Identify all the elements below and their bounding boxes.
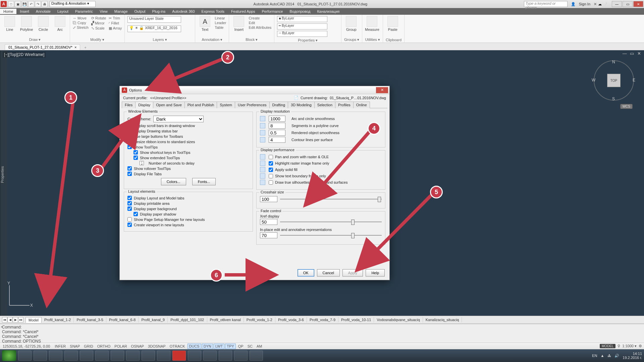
chk-statusbar[interactable]: Display Drawing status bar — [127, 129, 249, 133]
color-select[interactable]: ■ ByLayer — [277, 16, 327, 22]
viewcube-e[interactable]: E — [633, 78, 635, 82]
properties-palette[interactable]: Properties — [0, 50, 7, 316]
status-toggle-osnap[interactable]: OSNAP — [129, 344, 146, 349]
chk-layout-tabs[interactable]: Display Layout and Model tabs — [127, 196, 249, 200]
taskbar-app-icon[interactable] — [142, 351, 155, 361]
tab-performance[interactable]: Performance — [258, 9, 286, 14]
tray-network-icon[interactable]: 🖧 — [607, 354, 611, 358]
panel-draw-label[interactable]: Draw ▾ — [3, 37, 67, 42]
tab-userpref[interactable]: User Preferences — [235, 102, 270, 108]
chk-paper-shadow[interactable]: Display paper shadow — [133, 212, 249, 216]
trim-button[interactable]: ✂ Trim — [109, 16, 122, 20]
tab-system[interactable]: System — [217, 102, 235, 108]
line-button[interactable]: Line — [3, 16, 17, 32]
taskbar-outlook-icon[interactable] — [64, 351, 78, 361]
chk-largebuttons[interactable]: Use large buttons for Toolbars — [127, 134, 249, 138]
status-toggle-ducs[interactable]: DUCS — [187, 344, 201, 349]
tray-time[interactable]: 14:11 — [623, 352, 642, 356]
viewcube[interactable]: TOP N S E W — [594, 60, 634, 101]
editattr-button[interactable]: Edit Attributes — [249, 25, 271, 29]
tab-home[interactable]: Home — [0, 9, 16, 14]
xref-fade-input[interactable] — [260, 219, 277, 225]
taskbar-chrome-icon[interactable] — [111, 351, 124, 361]
arc-button[interactable]: Arc — [53, 16, 67, 32]
minimize-button[interactable]: — — [612, 1, 622, 7]
tab-manage[interactable]: Manage — [111, 9, 131, 14]
panel-modify-label[interactable]: Modify ▾ — [73, 37, 122, 42]
qa-redo-icon[interactable]: ↷ — [35, 1, 41, 7]
layout-tab[interactable]: Vodosnabdqvane_situaciq — [374, 317, 423, 322]
linetype-select[interactable]: ─ ByLayer — [277, 31, 327, 37]
layout-tab[interactable]: Profil_voda_7-9 — [307, 317, 338, 322]
wcs-badge[interactable]: WCS — [620, 104, 633, 109]
new-tab-icon[interactable]: ＋ — [84, 45, 87, 50]
chk-pan-zoom[interactable]: Pan and zoom with raster & OLE — [269, 155, 329, 159]
viewcube-w[interactable]: W — [592, 78, 595, 82]
tab-plot[interactable]: Plot and Publish — [184, 102, 217, 108]
cmd-close-icon[interactable]: × — [1, 325, 5, 329]
chk-text-boundary[interactable]: Show text boundary frame only — [269, 174, 326, 178]
layout-last-icon[interactable]: ⏭ — [18, 317, 23, 322]
taskbar-explorer-icon[interactable] — [18, 351, 32, 361]
layout-model[interactable]: Model — [25, 317, 42, 323]
arc-smoothness-input[interactable] — [269, 116, 285, 122]
panel-annotation-label[interactable]: Annotation ▾ — [198, 37, 226, 42]
tray-sound-icon[interactable]: 🔊 — [614, 354, 619, 358]
contour-lines-input[interactable] — [269, 137, 285, 143]
tab-express[interactable]: Express Tools — [198, 9, 228, 14]
qa-open-icon[interactable]: ▣ — [15, 1, 21, 7]
chk-tooltips[interactable]: Show ToolTips — [127, 145, 249, 149]
tab-plugins[interactable]: Plug-ins — [149, 9, 169, 14]
coordinates[interactable]: 1253015.18, -52725.26, 0.00 — [0, 344, 53, 348]
table-button[interactable]: Table — [215, 25, 226, 29]
lineweight-select[interactable]: ━ ByLayer — [277, 23, 327, 29]
tab-custom2[interactable]: Канализация — [314, 9, 343, 14]
panel-groups-label[interactable]: Groups ▾ — [344, 37, 359, 42]
status-toggle-grid[interactable]: GRID — [82, 344, 95, 349]
tab-featured[interactable]: Featured Apps — [228, 9, 259, 14]
inplace-fade-slider[interactable] — [280, 232, 382, 238]
scale-button[interactable]: ⤡ Scale — [91, 26, 106, 31]
help-search-input[interactable]: Type a keyword or phrase — [524, 1, 568, 7]
tab-files[interactable]: Files — [122, 102, 136, 108]
chk-resizeicons[interactable]: Resize ribbon icons to standard sizes — [127, 139, 249, 144]
layout-tab[interactable]: Profil_voda_3-6 — [275, 317, 307, 322]
layout-tab[interactable]: Profil_kanal_1-2 — [42, 317, 74, 322]
taskbar-autocad-icon[interactable] — [172, 351, 186, 361]
chk-filetabs[interactable]: Display File Tabs — [127, 172, 249, 176]
rendered-smoothness-input[interactable] — [269, 130, 285, 136]
cancel-button[interactable]: Cancel — [317, 269, 340, 277]
status-toggle-polar[interactable]: POLAR — [113, 344, 128, 349]
chk-printable-area[interactable]: Display printable area — [127, 201, 249, 205]
taskbar-calc-icon[interactable] — [219, 351, 232, 361]
model-chip[interactable]: MODEL — [600, 344, 616, 348]
document-tab[interactable]: 01_Situaciq_PLOT-1_27.01.2016NOV* × — [5, 44, 80, 50]
paste-button[interactable]: Paste — [386, 16, 400, 32]
xref-fade-slider[interactable] — [280, 219, 382, 225]
create-button[interactable]: Create — [249, 16, 271, 20]
chk-solid-fill[interactable]: Apply solid fill — [269, 168, 298, 172]
help-button[interactable]: Help — [366, 269, 385, 277]
layout-tab[interactable]: Profil_voda_1-2 — [244, 317, 275, 322]
qa-save-icon[interactable]: 💾 — [21, 1, 28, 7]
measure-button[interactable]: Measure — [365, 16, 379, 32]
help-icon[interactable]: ❔ — [603, 2, 608, 6]
tab-output[interactable]: Output — [131, 9, 149, 14]
annoscale-icon[interactable]: ⚲ — [618, 344, 620, 348]
chk-create-viewport[interactable]: Create viewport in new layouts — [127, 223, 249, 227]
tab-selection[interactable]: Selection — [314, 102, 335, 108]
status-settings-icon[interactable]: ⚙ — [639, 344, 642, 348]
layout-prev-icon[interactable]: ◀ — [7, 317, 13, 322]
status-toggle-snap[interactable]: SNAP — [68, 344, 82, 349]
layout-tab[interactable]: Profil_voda_10-11 — [338, 317, 374, 322]
tray-up-icon[interactable]: ▲ — [600, 354, 604, 358]
qa-print-icon[interactable]: 🖶 — [42, 1, 48, 7]
tab-annotate[interactable]: Annotate — [33, 9, 54, 14]
dialog-close-button[interactable]: ✕ — [376, 87, 388, 93]
inplace-fade-input[interactable] — [260, 232, 277, 238]
qa-new-icon[interactable]: □ — [8, 1, 14, 7]
viewport-label[interactable]: [−][Top][2D Wireframe] — [3, 52, 46, 58]
layout-tab[interactable]: Profil_kanal_9 — [139, 317, 168, 322]
chk-highlight-raster[interactable]: Highlight raster image frame only — [269, 161, 329, 166]
tab-insert[interactable]: Insert — [16, 9, 33, 14]
